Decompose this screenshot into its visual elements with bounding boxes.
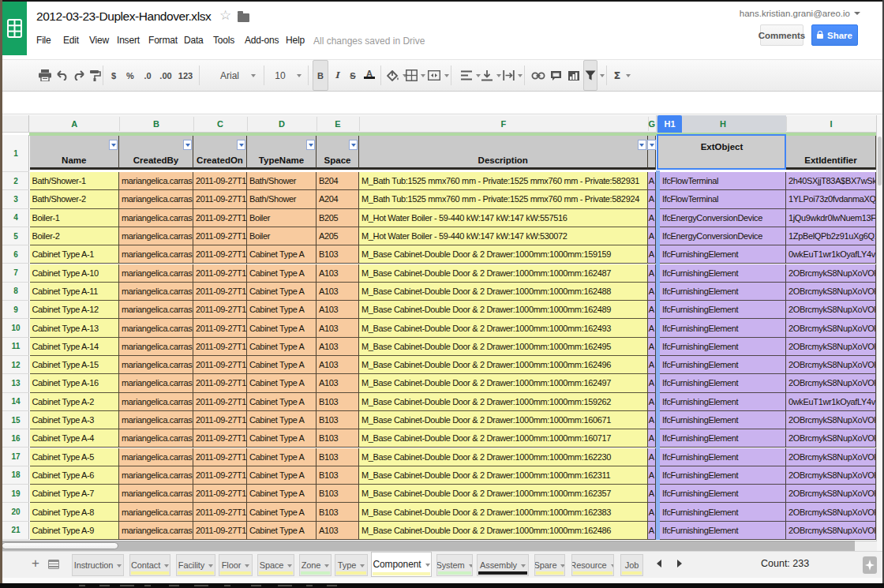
folder-icon[interactable] — [238, 13, 249, 22]
cell-name-r10[interactable]: Cabinet Type A-13 — [30, 319, 120, 337]
cell-type-name-r17[interactable]: Cabinet Type A — [247, 448, 317, 466]
cell-created-on-r19[interactable]: 2011-09-27T16 — [193, 485, 247, 503]
cell-space-r19[interactable]: B103 — [317, 485, 359, 503]
cell-ext-object-r2[interactable]: IfcFlowTerminal — [660, 172, 786, 190]
cell-ext-object-r10[interactable]: IfcFurnishingElement — [660, 319, 786, 337]
cell-g-r16[interactable]: A — [648, 429, 657, 448]
cell-space-r4[interactable]: B205 — [317, 209, 359, 227]
format-currency-button[interactable]: $ — [107, 60, 121, 91]
row-number-20[interactable]: 20 — [2, 503, 29, 521]
cell-space-r5[interactable]: A205 — [317, 227, 359, 245]
cell-ext-identifier-r3[interactable]: 1YLPoi73z0fvdanmaXQreg — [786, 190, 876, 208]
cell-name-r21[interactable]: Cabinet Type A-9 — [30, 522, 120, 540]
cell-space-r10[interactable]: A103 — [317, 319, 359, 337]
cell-name-r7[interactable]: Cabinet Type A-10 — [30, 264, 120, 283]
cell-g-r7[interactable]: A — [648, 264, 657, 283]
cell-ext-identifier-r15[interactable]: 2OBrcmykS8NupXoVOHUv — [786, 411, 876, 429]
more-formats-button[interactable]: 123 — [175, 60, 196, 91]
header-cell-description[interactable]: Description — [359, 135, 648, 170]
sheets-logo[interactable] — [2, 2, 27, 55]
cell-g-r5[interactable]: A — [648, 227, 657, 245]
cell-ext-object-r5[interactable]: IfcEnergyConversionDevice — [660, 227, 786, 245]
cell-name-r20[interactable]: Cabinet Type A-8 — [30, 503, 120, 521]
menu-view[interactable]: View — [89, 35, 109, 46]
cell-type-name-r14[interactable]: Cabinet Type A — [247, 393, 317, 411]
cell-ext-identifier-r19[interactable]: 2OBrcmykS8NupXoVOHUv — [786, 485, 876, 503]
menu-help[interactable]: Help — [286, 35, 305, 46]
cell-created-on-r4[interactable]: 2011-09-27T16 — [193, 209, 247, 227]
insert-chart-button[interactable] — [567, 60, 581, 91]
row-number-7[interactable]: 7 — [2, 264, 29, 283]
row-number-12[interactable]: 12 — [2, 356, 29, 374]
italic-button[interactable]: I — [331, 60, 343, 91]
cell-name-r12[interactable]: Cabinet Type A-15 — [30, 356, 120, 374]
cell-type-name-r21[interactable]: Cabinet Type A — [247, 522, 317, 540]
cell-g-r17[interactable]: A — [648, 448, 657, 466]
cell-description-r17[interactable]: M_Base Cabinet-Double Door & 2 Drawer:10… — [359, 448, 648, 466]
cell-description-r6[interactable]: M_Base Cabinet-Double Door & 2 Drawer:10… — [359, 245, 648, 264]
cell-ext-object-r18[interactable]: IfcFurnishingElement — [660, 466, 786, 485]
redo-icon[interactable] — [70, 60, 88, 91]
undo-icon[interactable] — [54, 60, 71, 91]
strikethrough-button[interactable]: S — [346, 60, 359, 91]
cell-space-r20[interactable]: B103 — [317, 503, 359, 521]
cell-g-r13[interactable]: A — [648, 374, 657, 392]
insert-comment-button[interactable] — [549, 60, 563, 91]
cell-description-r21[interactable]: M_Base Cabinet-Double Door & 2 Drawer:10… — [359, 522, 648, 540]
cell-created-by-r5[interactable]: mariangelica.carras — [119, 227, 193, 245]
cell-created-by-r19[interactable]: mariangelica.carras — [119, 485, 193, 503]
cell-description-r13[interactable]: M_Base Cabinet-Double Door & 2 Drawer:10… — [359, 374, 648, 392]
menu-tools[interactable]: Tools — [213, 35, 234, 46]
column-header-G[interactable]: G — [648, 115, 657, 133]
decrease-decimal-button[interactable]: .0 — [140, 60, 155, 91]
cell-created-on-r9[interactable]: 2011-09-27T16 — [193, 301, 247, 319]
cell-ext-object-r13[interactable]: IfcFurnishingElement — [660, 374, 786, 392]
cell-space-r15[interactable]: B103 — [317, 411, 359, 429]
cell-type-name-r8[interactable]: Cabinet Type A — [247, 283, 317, 301]
filter-dropdown-space[interactable] — [349, 140, 358, 150]
cell-name-r6[interactable]: Cabinet Type A-1 — [30, 245, 120, 264]
cell-description-r11[interactable]: M_Base Cabinet-Double Door & 2 Drawer:10… — [359, 338, 648, 356]
cell-name-r19[interactable]: Cabinet Type A-7 — [30, 485, 120, 503]
cell-g-r20[interactable]: A — [648, 503, 657, 521]
cell-space-r16[interactable]: B103 — [317, 429, 359, 448]
cell-space-r9[interactable]: A103 — [317, 301, 359, 319]
sheet-tab-system[interactable]: System — [436, 554, 473, 576]
column-header-D[interactable]: D — [247, 115, 317, 133]
cell-name-r11[interactable]: Cabinet Type A-14 — [30, 338, 120, 356]
cell-ext-object-r19[interactable]: IfcFurnishingElement — [660, 485, 786, 503]
filter-dropdown-created-by[interactable] — [183, 140, 192, 150]
star-icon[interactable]: ☆ — [219, 7, 231, 23]
cell-description-r7[interactable]: M_Base Cabinet-Double Door & 2 Drawer:10… — [359, 264, 648, 283]
cell-created-on-r12[interactable]: 2011-09-27T16 — [193, 356, 247, 374]
cell-created-on-r14[interactable]: 2011-09-27T16 — [193, 393, 247, 411]
cell-created-on-r18[interactable]: 2011-09-27T16 — [193, 466, 247, 485]
cell-ext-identifier-r7[interactable]: 2OBrcmykS8NupXoVOHUv — [786, 264, 876, 283]
cell-created-by-r15[interactable]: mariangelica.carras — [119, 411, 193, 429]
row-number-11[interactable]: 11 — [2, 338, 29, 356]
cell-g-r9[interactable]: A — [648, 301, 657, 319]
cell-type-name-r18[interactable]: Cabinet Type A — [247, 466, 317, 485]
cell-space-r2[interactable]: B204 — [317, 172, 359, 190]
sheet-tab-zone[interactable]: Zone — [299, 554, 332, 576]
cell-description-r10[interactable]: M_Base Cabinet-Double Door & 2 Drawer:10… — [359, 319, 648, 337]
cell-created-on-r8[interactable]: 2011-09-27T16 — [193, 283, 247, 301]
cell-type-name-r19[interactable]: Cabinet Type A — [247, 485, 317, 503]
filter-dropdown-type-name[interactable] — [306, 140, 315, 150]
sheet-tab-type[interactable]: Type — [335, 554, 368, 576]
cell-ext-object-r9[interactable]: IfcFurnishingElement — [660, 301, 786, 319]
cell-created-by-r2[interactable]: mariangelica.carras — [119, 172, 193, 190]
cell-created-by-r20[interactable]: mariangelica.carras — [119, 503, 193, 521]
cell-description-r14[interactable]: M_Base Cabinet-Double Door & 2 Drawer:10… — [359, 393, 648, 411]
cell-ext-identifier-r6[interactable]: 0wkEuT1wr1kOyafLY4vyM — [786, 245, 876, 264]
cell-created-on-r5[interactable]: 2011-09-27T16 — [193, 227, 247, 245]
text-color-button[interactable]: A — [362, 60, 376, 86]
cell-g-r8[interactable]: A — [648, 283, 657, 301]
cell-created-by-r12[interactable]: mariangelica.carras — [119, 356, 193, 374]
cell-space-r14[interactable]: B103 — [317, 393, 359, 411]
header-cell-name[interactable]: Name — [30, 135, 120, 170]
cell-name-r2[interactable]: Bath/Shower-1 — [30, 172, 120, 190]
cell-type-name-r7[interactable]: Cabinet Type A — [247, 264, 317, 283]
cell-ext-identifier-r18[interactable]: 2OBrcmykS8NupXoVOHUv — [786, 466, 876, 485]
menu-edit[interactable]: Edit — [63, 35, 79, 46]
